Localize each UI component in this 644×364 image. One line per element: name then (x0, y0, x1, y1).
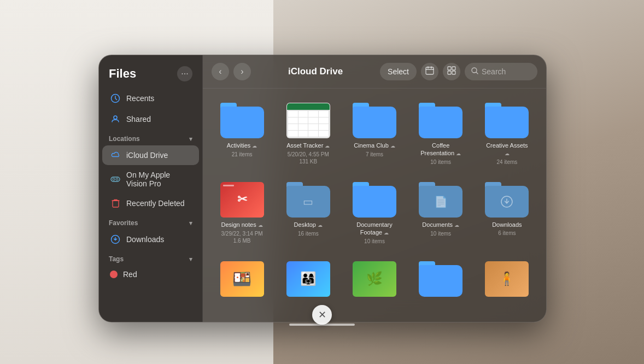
file-item-downloads-folder[interactable]: Downloads 6 items (477, 177, 537, 250)
desktop-name: Desktop ☁ (294, 221, 323, 229)
file-item-thumb-people[interactable]: 👨‍👩‍👧 (278, 256, 338, 306)
tags-label: Tags (109, 255, 124, 263)
close-button-wrapper: ✕ (312, 305, 332, 325)
asset-tracker-icon (286, 103, 330, 138)
back-button[interactable]: ‹ (212, 63, 229, 80)
file-item-coffee-presentation[interactable]: Coffee Presentation ☁ 10 items (411, 97, 471, 171)
sidebar-item-shared[interactable]: Shared (102, 109, 199, 129)
forward-button[interactable]: › (233, 63, 251, 80)
downloads-folder-icon (485, 182, 529, 218)
svg-rect-10 (448, 71, 451, 74)
svg-point-4 (116, 178, 118, 180)
vision-pro-label: On My Apple Vision Pro (126, 171, 191, 188)
search-input[interactable] (482, 67, 531, 76)
documentary-folder-icon (353, 182, 396, 218)
file-item-thumb-person[interactable]: 🧍 (477, 256, 537, 306)
file-item-documentary-footage[interactable]: Documentary Footage ☁ 10 items (344, 177, 405, 250)
tags-header[interactable]: Tags ▾ (99, 250, 202, 265)
calendar-icon (425, 66, 434, 77)
desktop-meta: 16 items (298, 230, 319, 237)
search-box (465, 63, 537, 80)
creative-assets-folder-icon (485, 103, 529, 138)
person-thumbnail: 🧍 (485, 261, 529, 297)
file-item-desktop[interactable]: ▭ Desktop ☁ 16 items (278, 177, 338, 250)
red-tag-label: Red (123, 270, 137, 279)
close-button[interactable]: ✕ (312, 305, 332, 325)
thumb-folder-icon (419, 261, 462, 297)
documentary-footage-name: Documentary Footage ☁ (351, 221, 397, 237)
close-icon: ✕ (318, 309, 326, 321)
main-content: ‹ › iCloud Drive Select (203, 55, 546, 322)
trash-icon (110, 198, 121, 209)
nature-thumbnail: 🌿 (353, 261, 396, 297)
people-thumbnail: 👨‍👩‍👧 (286, 261, 330, 297)
svg-rect-11 (452, 71, 455, 74)
coffee-presentation-name: Coffee Presentation ☁ (418, 142, 464, 157)
file-item-cinema-club[interactable]: Cinema Club ☁ 7 items (344, 97, 405, 171)
view-toggle-button[interactable] (421, 63, 438, 80)
locations-label: Locations (109, 135, 140, 143)
files-window: Files ··· Recents Shared (98, 55, 547, 322)
sidebar-item-downloads[interactable]: Downloads (102, 230, 199, 249)
recents-icon (110, 93, 121, 104)
file-item-design-notes[interactable]: ✂ Design notes ☁ 3/29/22, 3:14 PM1.6 MB (212, 177, 272, 250)
sidebar-item-icloud[interactable]: iCloud Drive (102, 145, 199, 165)
select-label: Select (388, 67, 409, 76)
grid-view-button[interactable] (443, 63, 460, 80)
svg-rect-2 (111, 177, 120, 181)
file-item-activities[interactable]: Activities ☁ 21 items (212, 97, 272, 171)
sidebar-item-red-tag[interactable]: Red (102, 266, 199, 283)
locations-header[interactable]: Locations ▾ (99, 130, 202, 145)
favorites-header[interactable]: Favorites ▾ (99, 214, 202, 229)
design-notes-meta: 3/29/22, 3:14 PM1.6 MB (221, 230, 263, 244)
recents-label: Recents (126, 94, 154, 103)
documents-folder-icon: 📄 (419, 182, 462, 218)
cinema-club-name: Cinema Club ☁ (354, 142, 395, 150)
file-item-asset-tracker[interactable]: Asset Tracker ☁ 5/20/20, 4:55 PM131 KB (278, 97, 338, 171)
svg-rect-8 (448, 67, 451, 70)
design-notes-icon: ✂ (220, 182, 264, 218)
search-icon (471, 67, 478, 77)
vision-pro-icon (110, 174, 121, 185)
locations-chevron: ▾ (189, 136, 192, 143)
toolbar-title: iCloud Drive (255, 66, 376, 77)
svg-point-3 (113, 178, 115, 180)
app-title: Files (109, 67, 136, 81)
downloads-folder-meta: 6 items (498, 230, 516, 237)
sidebar-item-recents[interactable]: Recents (102, 89, 199, 108)
favorites-label: Favorites (109, 219, 138, 227)
downloads-folder-name: Downloads (492, 221, 522, 228)
select-button[interactable]: Select (380, 63, 417, 80)
file-grid-container: Activities ☁ 21 items (203, 89, 546, 322)
design-notes-name: Design notes ☁ (221, 221, 262, 229)
sidebar: Files ··· Recents Shared (99, 55, 203, 322)
file-item-thumb-food[interactable]: 🍱 (212, 256, 272, 306)
asset-tracker-meta: 5/20/20, 4:55 PM131 KB (288, 151, 329, 165)
file-item-creative-assets[interactable]: Creative Assets ☁ 24 items (477, 97, 537, 171)
sidebar-item-vision-pro[interactable]: On My Apple Vision Pro (102, 166, 199, 192)
desktop-folder-icon: ▭ (286, 182, 330, 218)
file-item-documents[interactable]: 📄 Documents ☁ 10 items (411, 177, 471, 250)
favorites-chevron: ▾ (189, 220, 192, 227)
icloud-label: iCloud Drive (126, 151, 168, 160)
downloads-label: Downloads (126, 235, 164, 244)
documentary-footage-meta: 10 items (364, 238, 385, 245)
shared-label: Shared (126, 115, 151, 124)
tags-chevron: ▾ (189, 256, 192, 263)
cinema-club-meta: 7 items (366, 151, 383, 158)
coffee-presentation-meta: 10 items (430, 158, 451, 166)
file-grid: Activities ☁ 21 items (212, 97, 537, 306)
file-item-thumb-folder[interactable] (411, 256, 471, 306)
documents-meta: 10 items (430, 230, 451, 237)
creative-assets-name: Creative Assets ☁ (484, 142, 530, 157)
grid-icon (447, 66, 456, 77)
documents-name: Documents ☁ (422, 221, 459, 229)
file-item-thumb-nature[interactable]: 🌿 (344, 256, 405, 306)
downloads-icon (110, 234, 121, 245)
svg-rect-7 (426, 67, 434, 74)
activities-folder-icon (220, 103, 264, 138)
toolbar: ‹ › iCloud Drive Select (203, 55, 546, 89)
sidebar-item-recently-deleted[interactable]: Recently Deleted (102, 193, 199, 213)
more-icon: ··· (181, 69, 188, 79)
more-button[interactable]: ··· (177, 66, 192, 81)
